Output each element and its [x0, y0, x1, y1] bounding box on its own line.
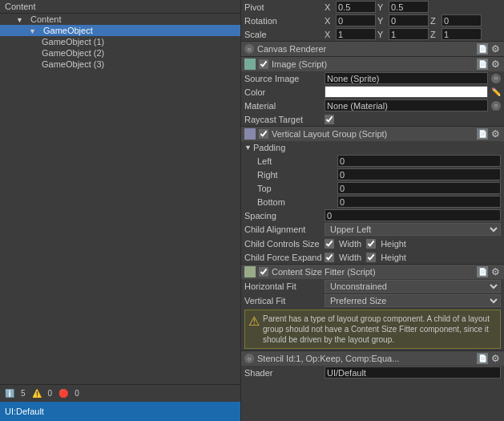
- material-input[interactable]: [325, 99, 488, 111]
- shader-input[interactable]: [325, 366, 501, 378]
- stencil-icons: 📄 ⚙: [477, 353, 501, 364]
- scale-x-label: X: [325, 30, 334, 39]
- padding-bottom-label: Bottom: [257, 197, 337, 207]
- csf-enabled-checkbox[interactable]: [259, 267, 268, 277]
- scale-y-input[interactable]: [389, 28, 429, 40]
- padding-right-input[interactable]: [337, 168, 501, 180]
- image-script-icons: 📄 ⚙: [477, 59, 501, 70]
- padding-bottom-input[interactable]: [337, 196, 501, 208]
- padding-label: Padding: [253, 143, 285, 152]
- canvas-renderer-gear-icon[interactable]: ⚙: [490, 43, 501, 55]
- material-picker-icon[interactable]: ○: [491, 101, 501, 111]
- canvas-renderer-circle-icon[interactable]: ○: [244, 44, 254, 54]
- tree-item-go2[interactable]: GameObject (2): [0, 47, 240, 59]
- warning-box: ⚠ Parent has a type of layout group comp…: [244, 310, 501, 349]
- rot-y-label: Y: [377, 16, 387, 26]
- rotation-label: Rotation: [244, 16, 325, 26]
- csf-header: Content Size Fitter (Script) 📄 ⚙: [241, 264, 504, 279]
- padding-left-input[interactable]: [337, 155, 501, 167]
- image-enabled-checkbox[interactable]: [259, 59, 268, 69]
- child-force-height-checkbox[interactable]: [366, 253, 376, 262]
- child-controls-height-checkbox[interactable]: [366, 239, 376, 249]
- scale-x-input[interactable]: [336, 28, 376, 40]
- hierarchy-title: Content: [5, 2, 36, 11]
- padding-right-value: [337, 168, 501, 180]
- status-bar: ℹ️ 5 ⚠️ 0 🛑 0: [0, 384, 240, 402]
- raycast-target-label: Raycast Target: [244, 115, 325, 124]
- tree-item-go1[interactable]: GameObject (1): [0, 36, 240, 47]
- expand-arrow-go: ▼: [26, 27, 36, 35]
- pivot-y-input[interactable]: [389, 1, 429, 13]
- vertical-fit-select[interactable]: Preferred Size: [325, 294, 501, 307]
- tree-item-gameobject[interactable]: ▼ GameObject: [0, 25, 240, 36]
- stencil-gear-icon[interactable]: ⚙: [490, 353, 501, 364]
- color-field[interactable]: [325, 86, 488, 98]
- scale-y-label: Y: [377, 30, 387, 39]
- child-controls-width-label: Width: [339, 239, 361, 249]
- vlg-component-icon: [244, 128, 256, 140]
- source-image-input[interactable]: [325, 72, 488, 84]
- canvas-renderer-book-icon[interactable]: 📄: [477, 43, 488, 55]
- scale-row: Scale X Y Z: [241, 27, 504, 41]
- spacing-input[interactable]: [325, 209, 501, 221]
- error-icon: 🛑: [58, 389, 68, 398]
- child-force-expand-label: Child Force Expand: [244, 253, 325, 262]
- vlg-gear-icon[interactable]: ⚙: [490, 128, 501, 140]
- color-label: Color: [244, 87, 325, 97]
- rot-z-label: Z: [430, 16, 440, 26]
- child-alignment-row: Child Alignment Upper Left: [241, 222, 504, 237]
- rotation-value: X Y Z: [325, 14, 501, 26]
- child-force-expand-value: Width Height: [325, 253, 501, 262]
- child-force-width-checkbox[interactable]: [325, 253, 334, 262]
- rotation-y-input[interactable]: [389, 14, 429, 26]
- child-alignment-select[interactable]: Upper Left: [325, 223, 501, 236]
- child-controls-size-value: Width Height: [325, 239, 501, 249]
- source-image-value: ○: [325, 72, 501, 84]
- rotation-row: Rotation X Y Z: [241, 14, 504, 27]
- source-image-picker-icon[interactable]: ○: [491, 74, 501, 83]
- child-force-height-label: Height: [381, 253, 406, 262]
- stencil-book-icon[interactable]: 📄: [477, 353, 488, 364]
- material-value: ○: [325, 99, 501, 111]
- tree-item-go3[interactable]: GameObject (3): [0, 59, 240, 70]
- scale-z-input[interactable]: [442, 28, 482, 40]
- child-alignment-value: Upper Left: [325, 223, 501, 236]
- material-row: Material ○: [241, 99, 504, 112]
- horizontal-fit-value: Unconstrained: [325, 280, 501, 293]
- image-book-icon[interactable]: 📄: [477, 59, 488, 70]
- warning-text: Parent has a type of layout group compon…: [263, 314, 497, 345]
- warning-triangle-icon: ⚠: [248, 314, 260, 329]
- rotation-z-input[interactable]: [442, 14, 482, 26]
- vlg-book-icon[interactable]: 📄: [477, 128, 488, 140]
- padding-left-value: [337, 155, 501, 167]
- pivot-x-input[interactable]: [336, 1, 376, 13]
- vlg-enabled-checkbox[interactable]: [259, 129, 268, 139]
- padding-top-input[interactable]: [337, 182, 501, 194]
- child-controls-width-checkbox[interactable]: [325, 239, 334, 249]
- canvas-renderer-title: Canvas Renderer: [257, 44, 326, 54]
- rot-x-label: X: [325, 16, 334, 26]
- eyedropper-icon[interactable]: ✏️: [491, 87, 501, 96]
- scale-z-label: Z: [430, 30, 440, 39]
- tree-item-content[interactable]: ▼ Content: [0, 14, 240, 25]
- pivot-label: Pivot: [244, 2, 325, 12]
- padding-top-value: [337, 182, 501, 194]
- spacing-value: [325, 209, 501, 221]
- raycast-target-checkbox[interactable]: [325, 115, 334, 124]
- bottom-bar-label: UI:Default: [5, 407, 44, 416]
- csf-book-icon[interactable]: 📄: [477, 266, 488, 277]
- csf-icons: 📄 ⚙: [477, 266, 501, 277]
- padding-bottom-value: [337, 196, 501, 208]
- vertical-fit-label: Vertical Fit: [244, 296, 325, 306]
- csf-title: Content Size Fitter (Script): [272, 267, 376, 277]
- padding-top-row: Top: [241, 181, 504, 195]
- padding-arrow: ▼: [244, 144, 252, 152]
- rotation-x-input[interactable]: [336, 14, 376, 26]
- stencil-circle-icon[interactable]: ○: [244, 354, 254, 363]
- hierarchy-tree[interactable]: ▼ Content ▼ GameObject GameObject (1) Ga…: [0, 14, 240, 384]
- csf-gear-icon[interactable]: ⚙: [490, 266, 501, 277]
- color-value: ✏️: [325, 86, 501, 98]
- image-gear-icon[interactable]: ⚙: [490, 59, 501, 70]
- horizontal-fit-select[interactable]: Unconstrained: [325, 280, 501, 293]
- horizontal-fit-label: Horizontal Fit: [244, 281, 325, 291]
